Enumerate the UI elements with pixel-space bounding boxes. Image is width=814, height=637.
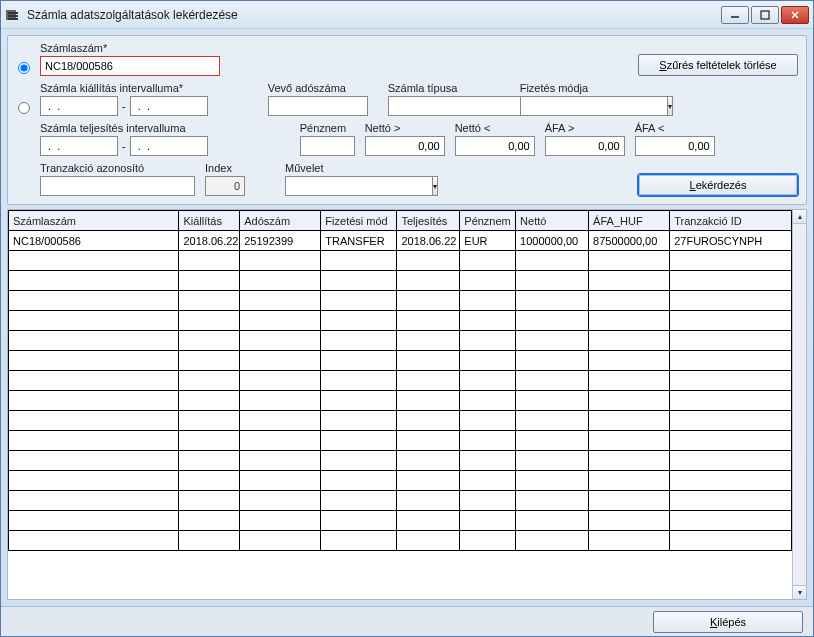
issue-interval-label: Számla kiállítás intervalluma* <box>40 82 208 94</box>
table-cell <box>589 391 670 411</box>
column-header[interactable]: Nettó <box>516 211 589 231</box>
table-cell <box>460 311 516 331</box>
column-header[interactable]: Fizetési mód <box>321 211 397 231</box>
column-header[interactable]: Kiállítás <box>179 211 240 231</box>
table-cell <box>397 451 460 471</box>
scroll-down-icon[interactable]: ▾ <box>793 585 806 599</box>
table-cell: 1000000,00 <box>516 231 589 251</box>
table-cell <box>460 351 516 371</box>
column-header[interactable]: Pénznem <box>460 211 516 231</box>
application-window: Számla adatszolgáltatások lekérdezése Sz… <box>0 0 814 637</box>
exit-button[interactable]: Kilépés <box>653 611 803 633</box>
invoice-number-input[interactable] <box>40 56 220 76</box>
scroll-up-icon[interactable]: ▴ <box>793 210 806 224</box>
table-row[interactable] <box>9 291 792 311</box>
fulfill-to-input[interactable] <box>130 136 208 156</box>
table-cell <box>516 391 589 411</box>
window-title: Számla adatszolgáltatások lekérdezése <box>27 8 721 22</box>
chevron-down-icon[interactable]: ▾ <box>433 176 438 196</box>
table-cell <box>9 391 179 411</box>
vat-gt-input[interactable] <box>545 136 625 156</box>
radio-by-interval[interactable] <box>18 102 30 114</box>
table-cell: EUR <box>460 231 516 251</box>
table-row[interactable] <box>9 251 792 271</box>
net-gt-input[interactable] <box>365 136 445 156</box>
table-cell <box>460 411 516 431</box>
table-cell <box>240 371 321 391</box>
svg-rect-3 <box>8 18 18 20</box>
issue-from-input[interactable] <box>40 96 118 116</box>
table-cell <box>460 531 516 551</box>
table-row[interactable] <box>9 331 792 351</box>
payment-method-label: Fizetés módja <box>520 82 630 94</box>
query-button[interactable]: Lekérdezés <box>638 174 798 196</box>
table-cell <box>179 251 240 271</box>
net-lt-input[interactable] <box>455 136 535 156</box>
content-area: Számlaszám* Szűrés feltételek törlése Sz… <box>1 29 813 606</box>
minimize-button[interactable] <box>721 6 749 24</box>
close-button[interactable] <box>781 6 809 24</box>
table-cell <box>397 351 460 371</box>
transaction-id-input[interactable] <box>40 176 195 196</box>
currency-input[interactable] <box>300 136 355 156</box>
table-cell <box>9 351 179 371</box>
column-header[interactable]: ÁFA_HUF <box>589 211 670 231</box>
table-cell <box>460 251 516 271</box>
table-row[interactable] <box>9 351 792 371</box>
radio-by-invoice-number[interactable] <box>18 62 30 74</box>
clear-filters-button[interactable]: Szűrés feltételek törlése <box>638 54 798 76</box>
footer-bar: Kilépés <box>1 606 813 636</box>
filter-row-2: Számla kiállítás intervalluma* - Vevő ad… <box>16 82 798 116</box>
table-cell <box>589 471 670 491</box>
vat-lt-input[interactable] <box>635 136 715 156</box>
table-cell <box>670 351 792 371</box>
table-row[interactable] <box>9 491 792 511</box>
table-cell <box>321 491 397 511</box>
table-cell <box>589 491 670 511</box>
column-header[interactable]: Teljesítés <box>397 211 460 231</box>
table-cell <box>179 291 240 311</box>
table-cell <box>516 311 589 331</box>
table-row[interactable] <box>9 451 792 471</box>
fulfill-from-input[interactable] <box>40 136 118 156</box>
table-row[interactable] <box>9 411 792 431</box>
table-row[interactable] <box>9 271 792 291</box>
table-cell <box>670 311 792 331</box>
table-cell <box>321 251 397 271</box>
vertical-scrollbar[interactable]: ▴ ▾ <box>792 210 806 599</box>
table-cell <box>179 431 240 451</box>
table-cell <box>670 531 792 551</box>
table-cell <box>9 531 179 551</box>
operation-select[interactable] <box>285 176 433 196</box>
table-cell <box>397 531 460 551</box>
table-cell <box>397 491 460 511</box>
table-cell <box>516 411 589 431</box>
table-row[interactable] <box>9 511 792 531</box>
table-cell: 27FURO5CYNPH <box>670 231 792 251</box>
table-row[interactable]: NC18/0005862018.06.2225192399TRANSFER201… <box>9 231 792 251</box>
table-cell <box>460 511 516 531</box>
payment-method-select[interactable] <box>520 96 668 116</box>
chevron-down-icon[interactable]: ▾ <box>668 96 673 116</box>
table-row[interactable] <box>9 471 792 491</box>
buyer-tax-input[interactable] <box>268 96 368 116</box>
column-header[interactable]: Tranzakció ID <box>670 211 792 231</box>
table-row[interactable] <box>9 391 792 411</box>
column-header[interactable]: Számlaszám <box>9 211 179 231</box>
column-header[interactable]: Adószám <box>240 211 321 231</box>
table-cell <box>9 331 179 351</box>
table-row[interactable] <box>9 311 792 331</box>
table-row[interactable] <box>9 431 792 451</box>
table-cell <box>670 431 792 451</box>
table-cell <box>9 271 179 291</box>
maximize-button[interactable] <box>751 6 779 24</box>
issue-to-input[interactable] <box>130 96 208 116</box>
app-icon <box>5 7 21 23</box>
table-cell <box>589 251 670 271</box>
invoice-type-select[interactable] <box>388 96 536 116</box>
svg-rect-2 <box>8 15 18 17</box>
results-table[interactable]: SzámlaszámKiállításAdószámFizetési módTe… <box>8 210 792 551</box>
table-row[interactable] <box>9 531 792 551</box>
svg-rect-5 <box>761 11 769 19</box>
table-row[interactable] <box>9 371 792 391</box>
